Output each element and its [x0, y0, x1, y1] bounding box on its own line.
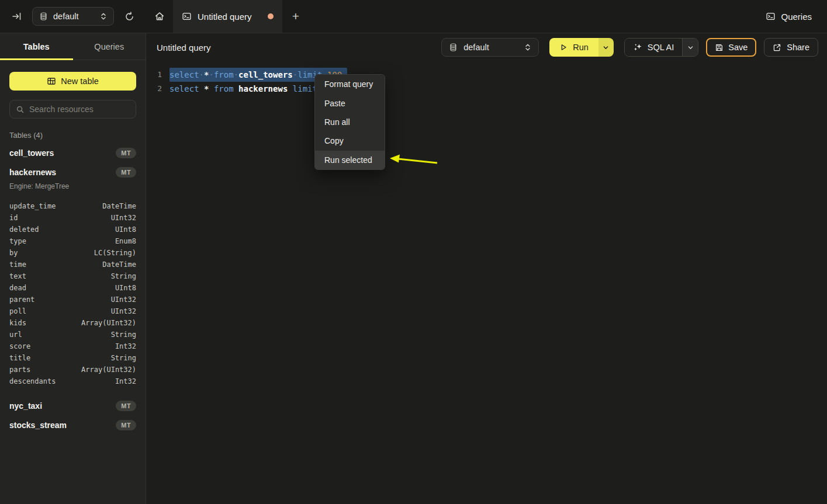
search-box: [9, 100, 136, 119]
column-type: Array(UInt32): [81, 366, 136, 374]
queries-terminal-icon: [766, 12, 776, 21]
sparkles-icon: [633, 43, 642, 52]
column-type: UInt8: [115, 284, 136, 292]
home-button[interactable]: [146, 0, 173, 33]
sql-editor[interactable]: 1select·*·from·cell_towers·limit·100·2se…: [147, 61, 827, 96]
column-name: title: [9, 354, 30, 362]
column-name: text: [9, 272, 26, 280]
run-button[interactable]: Run: [549, 38, 598, 57]
editor-context-menu: Format queryPasteRun allCopyRun selected: [314, 74, 385, 170]
table-grid-icon: [47, 77, 56, 86]
collapse-sidebar-icon: [12, 12, 22, 21]
new-table-label: New table: [61, 77, 98, 86]
chevron-updown-icon: [524, 43, 531, 51]
column-name: by: [9, 249, 18, 257]
line-number: 1: [157, 68, 162, 82]
sidebar-tabs: Tables Queries: [0, 33, 146, 60]
column-name: id: [9, 214, 18, 222]
table-name: cell_towers: [9, 148, 54, 158]
run-button-group: Run: [549, 38, 614, 57]
run-label: Run: [573, 43, 589, 52]
collapse-sidebar-button[interactable]: [9, 9, 24, 23]
column-name: deleted: [9, 225, 39, 234]
chevron-down-icon: [687, 44, 694, 51]
chevron-down-icon: [603, 44, 609, 51]
code-text: select * from hackernews limit 100: [169, 82, 337, 96]
column-type: UInt8: [115, 225, 136, 234]
hackernews-columns: update_timeDateTimeidUInt32deletedUInt8t…: [9, 200, 136, 387]
table-row-hackernews[interactable]: hackernews MT: [0, 162, 146, 182]
table-row-cell-towers[interactable]: cell_towers MT: [0, 143, 146, 162]
play-icon: [559, 43, 568, 51]
database-selector-top[interactable]: default: [32, 7, 114, 26]
column-row-deleted[interactable]: deletedUInt8: [9, 224, 136, 235]
table-row-stocks-stream[interactable]: stocks_stream MT: [0, 415, 146, 435]
editor-header: Untitled query default Run: [147, 33, 827, 61]
engine-badge: MT: [116, 420, 136, 430]
query-title: Untitled query: [157, 43, 211, 53]
column-row-descendants[interactable]: descendantsInt32: [9, 376, 136, 387]
queries-button[interactable]: Queries: [766, 0, 812, 33]
column-row-parent[interactable]: parentUInt32: [9, 294, 136, 305]
column-row-text[interactable]: textString: [9, 270, 136, 282]
column-type: String: [111, 354, 136, 362]
column-row-dead[interactable]: deadUInt8: [9, 282, 136, 294]
table-name: hackernews: [9, 168, 56, 177]
column-row-time[interactable]: timeDateTime: [9, 259, 136, 270]
column-type: Int32: [115, 342, 136, 350]
menu-item-copy[interactable]: Copy: [315, 131, 385, 150]
column-row-url[interactable]: urlString: [9, 329, 136, 340]
sidebar-tab-queries[interactable]: Queries: [73, 33, 146, 60]
top-bar-left: default: [0, 0, 146, 33]
share-button[interactable]: Share: [764, 38, 818, 57]
code-line-2[interactable]: 2select * from hackernews limit 100: [147, 82, 827, 96]
editor-toolbar: default Run: [441, 38, 818, 57]
menu-item-paste[interactable]: Paste: [315, 93, 385, 112]
search-icon: [16, 105, 25, 114]
sql-ai-label: SQL AI: [648, 43, 674, 52]
new-tab-button[interactable]: +: [282, 0, 309, 33]
column-row-parts[interactable]: partsArray(UInt32): [9, 364, 136, 376]
refresh-button[interactable]: [122, 9, 137, 24]
unsaved-changes-dot: [268, 13, 274, 19]
code-line-1[interactable]: 1select·*·from·cell_towers·limit·100·: [147, 68, 827, 82]
top-bar: default Untitled query +: [0, 0, 827, 33]
table-row-nyc-taxi[interactable]: nyc_taxi MT: [0, 396, 146, 415]
queries-label: Queries: [781, 12, 812, 22]
column-name: time: [9, 260, 26, 269]
tab-strip: Untitled query +: [146, 0, 309, 33]
column-row-poll[interactable]: pollUInt32: [9, 305, 136, 317]
column-name: descendants: [9, 377, 56, 385]
column-type: Enum8: [115, 237, 136, 245]
sql-ai-options-button[interactable]: [682, 39, 698, 56]
column-row-kids[interactable]: kidsArray(UInt32): [9, 317, 136, 329]
column-name: score: [9, 342, 30, 350]
sql-ai-button[interactable]: SQL AI: [625, 39, 682, 56]
run-options-button[interactable]: [598, 38, 614, 57]
save-button[interactable]: Save: [706, 38, 756, 57]
home-icon: [154, 11, 165, 22]
new-table-button[interactable]: New table: [9, 72, 136, 91]
share-icon: [773, 43, 781, 52]
column-row-score[interactable]: scoreInt32: [9, 340, 136, 352]
column-name: parent: [9, 296, 34, 304]
column-row-type[interactable]: typeEnum8: [9, 235, 136, 247]
line-number: 2: [157, 82, 162, 96]
tab-untitled-query[interactable]: Untitled query: [173, 0, 282, 33]
column-name: url: [9, 331, 22, 339]
menu-item-run-all[interactable]: Run all: [315, 113, 385, 131]
database-selector-toolbar[interactable]: default: [441, 38, 539, 57]
search-input[interactable]: [29, 105, 135, 114]
column-name: dead: [9, 284, 26, 292]
column-row-update_time[interactable]: update_timeDateTime: [9, 200, 136, 212]
column-row-by[interactable]: byLC(String): [9, 247, 136, 259]
menu-item-format-query[interactable]: Format query: [315, 75, 385, 93]
column-row-title[interactable]: titleString: [9, 352, 136, 364]
save-icon: [715, 43, 724, 52]
terminal-icon: [182, 12, 192, 21]
column-name: kids: [9, 319, 26, 327]
sql-ai-button-group: SQL AI: [624, 38, 698, 57]
column-row-id[interactable]: idUInt32: [9, 212, 136, 224]
menu-item-run-selected[interactable]: Run selected: [315, 151, 385, 169]
sidebar-tab-tables[interactable]: Tables: [0, 33, 73, 60]
